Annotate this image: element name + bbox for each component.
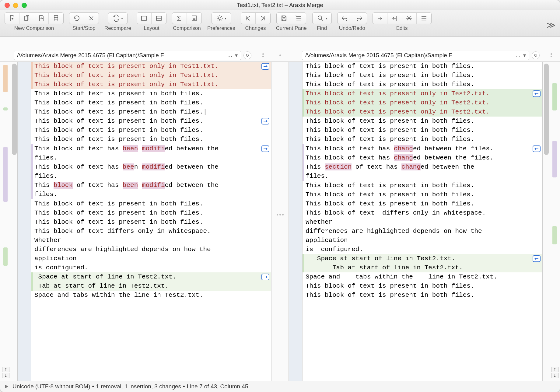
code-line[interactable]: differences are highlighted depends on h… [31, 245, 271, 254]
code-line[interactable]: files. [31, 190, 271, 199]
merge-right-button[interactable] [261, 145, 269, 152]
rules-button[interactable] [187, 13, 201, 24]
right-path-input[interactable]: /Volumes/Araxis Merge 2015.4675 (El Capi… [302, 51, 529, 60]
nav-bottom-button[interactable]: ⤓ [2, 373, 9, 378]
code-line[interactable]: files. [31, 153, 271, 163]
undo-button[interactable] [338, 13, 352, 24]
code-line[interactable]: This block of text is present in both fi… [31, 208, 271, 218]
code-line[interactable]: This block of text differs only in white… [303, 208, 542, 218]
code-line[interactable]: This block of text is present in both fi… [31, 199, 271, 208]
code-line[interactable]: Tab at start of line in Test2.txt. [303, 263, 542, 272]
overview-marker[interactable] [3, 107, 8, 110]
nav-bottom-button[interactable]: ⤓ [551, 373, 558, 378]
merge-left-button[interactable] [533, 90, 541, 97]
code-line[interactable]: This block of text is present in both fi… [31, 135, 271, 144]
code-line[interactable]: This block of text is present in both fi… [31, 117, 271, 126]
overview-marker[interactable] [3, 247, 8, 266]
code-line[interactable]: application [31, 254, 271, 263]
code-line[interactable]: This block of text is present in both fi… [31, 98, 271, 107]
code-line[interactable]: This block of text is present in both fi… [303, 80, 542, 89]
merge-right-button[interactable] [261, 274, 269, 280]
code-line[interactable]: differences are highlighted depends on h… [303, 227, 542, 236]
code-line[interactable]: This block of text has changed between t… [303, 144, 542, 153]
code-line[interactable]: This block of text is present only in Te… [31, 62, 271, 71]
right-history-button[interactable]: ↻ [532, 51, 540, 59]
code-line[interactable]: This block of text is present in both fi… [303, 282, 542, 291]
code-line[interactable]: files. [303, 172, 542, 181]
code-line[interactable]: Space and tabs within the line in Test2.… [303, 272, 542, 282]
merge-right-button[interactable] [261, 63, 269, 70]
code-line[interactable]: application [303, 236, 542, 245]
code-line[interactable]: This block of text has been modified bet… [31, 144, 271, 153]
edit2-button[interactable] [387, 13, 402, 24]
sigma-button[interactable] [172, 13, 187, 24]
code-line[interactable]: is configured. [31, 263, 271, 272]
code-line[interactable]: This block of text is present only in Te… [303, 98, 542, 107]
doc-dup-button[interactable] [19, 13, 34, 24]
code-line[interactable]: This block of text is present in both fi… [31, 107, 271, 117]
cancel-button[interactable] [84, 13, 99, 24]
first-change-button[interactable] [241, 13, 256, 24]
search-button[interactable]: ▾ [313, 13, 331, 24]
code-line[interactable]: This block of text differs only in white… [31, 227, 271, 236]
merge-left-button[interactable] [533, 145, 541, 152]
code-line[interactable]: This block of text is present in both fi… [303, 199, 542, 208]
code-line[interactable]: This block of text is present only in Te… [303, 89, 542, 98]
overview-marker[interactable] [552, 141, 557, 177]
code-line[interactable]: This block of text is present in both fi… [303, 181, 542, 190]
code-line[interactable]: This block of text is present in both fi… [303, 190, 542, 199]
zoom-window-button[interactable] [22, 3, 27, 8]
overview-marker[interactable] [3, 147, 8, 202]
minimize-window-button[interactable] [13, 3, 18, 8]
left-scrollbar[interactable] [11, 62, 17, 381]
code-line[interactable]: is configured. [303, 245, 542, 254]
edit1-button[interactable] [373, 13, 387, 24]
code-line[interactable]: files. [31, 172, 271, 181]
left-overview-margin[interactable]: ⤒ ⤓ [0, 62, 11, 381]
code-line[interactable]: This block of text is present only in Te… [31, 71, 271, 80]
reload-button[interactable] [69, 13, 84, 24]
doc-grid-button[interactable] [49, 13, 63, 24]
toolbar-overflow-button[interactable]: ≫ [547, 19, 555, 30]
nav-top-button[interactable]: ⤒ [2, 367, 9, 372]
gear-button[interactable]: ▾ [212, 13, 231, 24]
right-text-area[interactable]: This block of text is present in both fi… [303, 62, 543, 381]
edit4-button[interactable] [417, 13, 431, 24]
next-change-button[interactable] [256, 13, 270, 24]
code-line[interactable]: This block of text has changed between t… [303, 153, 542, 163]
code-line[interactable]: This block of text is present in both fi… [31, 218, 271, 227]
nav-top-button[interactable]: ⤒ [551, 367, 558, 372]
code-line[interactable]: This section of text has changed between… [303, 163, 542, 172]
overview-marker[interactable] [3, 65, 8, 92]
doc-arrow-button[interactable] [34, 13, 49, 24]
status-disclosure-icon[interactable] [5, 385, 8, 388]
overview-marker[interactable] [552, 83, 557, 110]
code-line[interactable]: Space and tabs within the line in Test2.… [31, 291, 271, 300]
code-line[interactable]: Space at start of line in Test2.txt. [31, 272, 271, 282]
code-line[interactable]: This block of text is present in both fi… [31, 126, 271, 135]
edit3-button[interactable] [402, 13, 417, 24]
left-path-input[interactable]: /Volumes/Araxis Merge 2015.4675 (El Capi… [14, 51, 241, 60]
merge-left-button[interactable] [533, 255, 541, 262]
code-line[interactable]: This block of text is present in both fi… [303, 291, 542, 300]
code-line[interactable]: This block of text is present in both fi… [303, 135, 542, 144]
code-line[interactable]: This block of text is present only in Te… [303, 107, 542, 117]
rename-button[interactable] [291, 13, 306, 24]
overview-marker[interactable] [552, 226, 557, 244]
code-line[interactable]: This block of text is present in both fi… [31, 89, 271, 98]
left-text-area[interactable]: This block of text is present only in Te… [31, 62, 271, 381]
doc-plus-button[interactable] [5, 13, 19, 24]
code-line[interactable]: This block of text has been modified bet… [31, 181, 271, 190]
code-line[interactable]: Space at start of line in Test2.txt. [303, 254, 542, 263]
left-history-button[interactable]: ↻ [243, 51, 251, 59]
code-line[interactable]: Whether [303, 218, 542, 227]
code-line[interactable]: This block of text is present only in Te… [31, 80, 271, 89]
code-line[interactable]: Tab at start of line in Test2.txt. [31, 282, 271, 291]
split-v-button[interactable] [152, 13, 166, 24]
split-h-button[interactable] [137, 13, 152, 24]
right-overview-margin[interactable]: ⤒ ⤓ [549, 62, 560, 381]
code-line[interactable]: This block of text is present in both fi… [303, 117, 542, 126]
code-line[interactable]: This block of text is present in both fi… [303, 62, 542, 71]
close-window-button[interactable] [5, 3, 10, 8]
chevron-down-icon[interactable]: ▾ [235, 52, 238, 59]
